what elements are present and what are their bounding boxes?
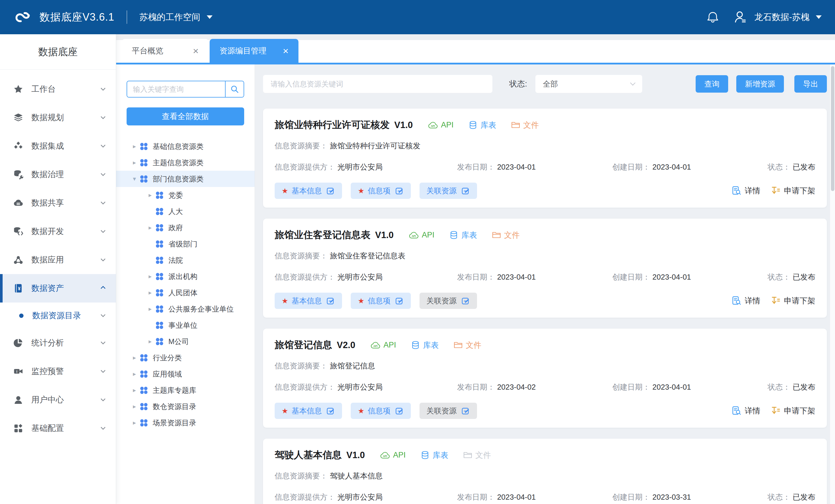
vertical-scrollbar[interactable] [830, 64, 835, 504]
sidebar-item-data-governance[interactable]: 数据治理 [0, 160, 116, 189]
tree-node-selected[interactable]: ▾部门信息资源类 [116, 171, 254, 187]
expand-arrow-icon[interactable]: ▸ [129, 159, 139, 166]
close-icon[interactable]: × [283, 46, 289, 56]
tree-node[interactable]: ▸派出机构 [116, 268, 254, 284]
caret-down-icon [207, 15, 212, 19]
info-item-button[interactable]: ★信息项 [351, 183, 410, 199]
expand-arrow-icon[interactable]: ▸ [129, 370, 139, 378]
category-icon [139, 418, 148, 427]
workspace-switcher[interactable]: 苏槐的工作空间 [139, 11, 212, 23]
chevron-down-icon [101, 425, 106, 430]
layers-icon [13, 113, 23, 122]
tree-node[interactable]: 法院 [116, 252, 254, 268]
summary-label: 信息资源摘要： [274, 361, 327, 371]
tree-node[interactable]: ▸公共服务企事业单位 [116, 301, 254, 317]
tree-node-label: 行业分类 [153, 353, 182, 363]
tree-node-label: 法院 [168, 256, 183, 265]
sidebar-item-data-assets[interactable]: ¥ 数据资产 [0, 274, 116, 303]
tree-search-input[interactable] [127, 81, 225, 97]
expand-arrow-icon[interactable]: ▸ [145, 273, 155, 280]
sidebar-item-basic-config[interactable]: 基础配置 [0, 414, 116, 442]
expand-arrow-icon[interactable]: ▸ [129, 387, 139, 394]
tree-node[interactable]: ▸基础信息资源类 [116, 138, 254, 155]
tab-resource-catalog-management[interactable]: 资源编目管理 × [210, 39, 299, 63]
sidebar-item-monitoring[interactable]: ! 监控预警 [0, 357, 116, 386]
chevron-down-icon [101, 313, 106, 317]
notifications-button[interactable] [706, 11, 719, 24]
expand-arrow-icon[interactable]: ▸ [145, 338, 155, 345]
tree-node[interactable]: ▸主题信息资源类 [116, 155, 254, 171]
sidebar-item-data-integration[interactable]: 数据集成 [0, 132, 116, 160]
detail-link[interactable]: 详情 [732, 185, 760, 196]
request-offline-link[interactable]: 申请下架 [771, 296, 815, 306]
sidebar-item-data-application[interactable]: 数据应用 [0, 246, 116, 274]
catalog-tree-panel: 查看全部数据 ▸基础信息资源类 ▸主题信息资源类 ▾部门信息资源类 ▸党委 人大… [116, 64, 255, 504]
request-offline-link[interactable]: 申请下架 [771, 185, 815, 196]
tree-node[interactable]: 省级部门 [116, 236, 254, 252]
basic-info-button[interactable]: ★基本信息 [274, 183, 342, 199]
tree-node[interactable]: ▸人民团体 [116, 284, 254, 301]
tree-node[interactable]: ▸应用领域 [116, 366, 254, 382]
tree-node[interactable]: 人大 [116, 203, 254, 220]
query-button[interactable]: 查询 [696, 75, 728, 93]
tree-search-button[interactable] [225, 81, 244, 97]
tree-node[interactable]: ▸主题库专题库 [116, 382, 254, 398]
tree-node[interactable]: ▸行业分类 [116, 349, 254, 366]
publish-date-label: 发布日期： [457, 162, 495, 172]
summary-value: 驾驶人基本信息 [330, 471, 383, 481]
request-offline-link[interactable]: 申请下架 [771, 406, 815, 416]
expand-arrow-icon[interactable]: ▸ [129, 143, 139, 150]
expand-arrow-icon[interactable]: ▸ [129, 403, 139, 410]
content-area: 平台概览 × 资源编目管理 × 查看全部数据 [116, 34, 835, 504]
sidebar-item-data-development[interactable]: 数据开发 [0, 217, 116, 246]
sidebar-item-statistics[interactable]: 统计分析 [0, 329, 116, 357]
export-button[interactable]: 导出 [794, 75, 827, 93]
info-item-button[interactable]: ★信息项 [351, 293, 410, 309]
summary-value: 旅馆业特种行业许可证核发 [330, 141, 421, 151]
sidebar-item-data-resource-catalog[interactable]: 数据资源目录 [0, 303, 116, 329]
sidebar-item-workbench[interactable]: 工作台 [0, 75, 116, 103]
tree-node[interactable]: ▸M公司 [116, 333, 254, 349]
collapse-arrow-icon[interactable]: ▾ [129, 175, 139, 182]
expand-arrow-icon[interactable]: ▸ [145, 289, 155, 296]
table-badge: 库表 [449, 230, 477, 240]
user-menu[interactable]: 龙石数据-苏槐 [733, 9, 822, 25]
basic-info-button[interactable]: ★基本信息 [274, 403, 342, 419]
close-icon[interactable]: × [193, 46, 199, 56]
sidebar-item-data-sharing[interactable]: 数据共享 [0, 189, 116, 217]
summary-value: 旅馆业住客登记信息表 [330, 251, 405, 261]
tab-platform-overview[interactable]: 平台概览 × [122, 39, 208, 63]
sidebar-title: 数据底座 [0, 34, 116, 70]
tree-node[interactable]: 事业单位 [116, 317, 254, 333]
expand-arrow-icon[interactable]: ▸ [145, 191, 155, 199]
expand-arrow-icon[interactable]: ▸ [129, 354, 139, 361]
sidebar-item-user-center[interactable]: 用户中心 [0, 386, 116, 414]
category-icon [139, 175, 148, 183]
add-resource-button[interactable]: 新增资源 [736, 75, 784, 93]
expand-arrow-icon[interactable]: ▸ [145, 224, 155, 231]
detail-link[interactable]: 详情 [732, 296, 760, 306]
expand-arrow-icon[interactable]: ▸ [129, 419, 139, 426]
scrollbar-thumb[interactable] [831, 66, 834, 191]
resource-version: V1.0 [394, 120, 413, 130]
keyword-input[interactable] [263, 75, 492, 93]
view-all-data-button[interactable]: 查看全部数据 [127, 107, 244, 125]
publish-date-label: 发布日期： [457, 492, 495, 502]
related-resource-button[interactable]: 关联资源 [420, 183, 477, 199]
sidebar-item-data-planning[interactable]: 数据规划 [0, 103, 116, 132]
tree-node-label: 应用领域 [153, 369, 182, 379]
tree-node[interactable]: ▸政府 [116, 220, 254, 236]
tree-node[interactable]: ▸党委 [116, 187, 254, 203]
api-badge: APIAPI [428, 120, 454, 129]
related-resource-button[interactable]: 关联资源 [420, 403, 477, 419]
expand-arrow-icon[interactable]: ▸ [145, 305, 155, 313]
status-select[interactable]: 全部 [535, 75, 642, 93]
chevron-down-icon [101, 200, 106, 205]
tree-node[interactable]: ▸数仓资源目录 [116, 398, 254, 415]
tree-node[interactable]: ▸场景资源目录 [116, 415, 254, 431]
related-resource-button[interactable]: 关联资源 [420, 293, 477, 309]
basic-info-button[interactable]: ★基本信息 [274, 293, 342, 309]
detail-link[interactable]: 详情 [732, 406, 760, 416]
info-item-button[interactable]: ★信息项 [351, 403, 410, 419]
tree-node-label: M公司 [168, 337, 189, 346]
